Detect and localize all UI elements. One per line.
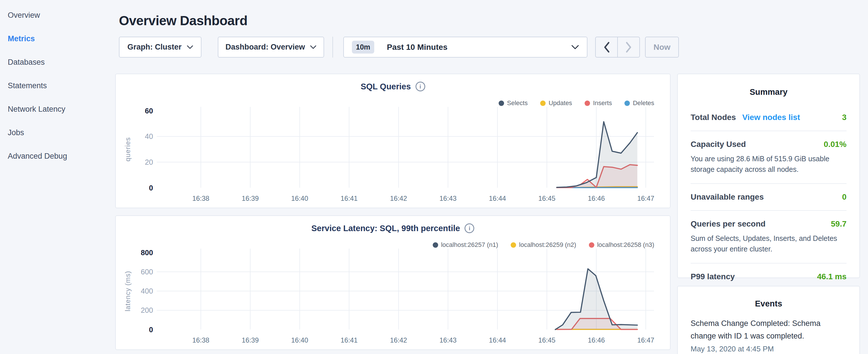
svg-text:16:44: 16:44 [489,194,506,202]
summary-label: Total Nodes [691,113,736,122]
svg-text:60: 60 [145,107,153,115]
svg-text:16:39: 16:39 [242,194,259,202]
chevron-down-icon [187,45,193,49]
svg-text:600: 600 [141,268,153,276]
chart-title: SQL Queries [361,82,411,91]
summary-label: Unavailable ranges [691,192,764,202]
svg-text:latency (ms): latency (ms) [124,271,131,311]
sidebar-item-network-latency[interactable]: Network Latency [0,97,115,121]
svg-text:400: 400 [141,287,153,295]
svg-text:200: 200 [141,306,153,314]
summary-value: 0.01% [824,140,846,149]
svg-text:queries: queries [124,137,131,162]
summary-row-p99-latency: P99 latency 46.1 ms [691,272,846,281]
svg-text:16:46: 16:46 [588,194,605,202]
sql-queries-chart[interactable]: 16:3816:3916:4016:4116:4216:4316:4416:45… [116,74,670,207]
svg-text:16:42: 16:42 [390,336,407,344]
summary-panel: Summary Total Nodes View nodes list 3 Ca… [677,74,860,278]
sql-queries-chart-card: SQL Queries i SelectsUpdatesInsertsDelet… [115,74,671,208]
svg-text:16:47: 16:47 [637,336,654,344]
legend-item: Selects [499,99,528,107]
event-text: Schema Change Completed: Schema change w… [691,317,846,342]
info-icon[interactable]: i [415,82,425,91]
summary-row-total-nodes: Total Nodes View nodes list 3 [691,113,846,122]
dashboard-dropdown[interactable]: Dashboard: Overview [218,37,324,58]
legend-dot [624,100,630,106]
events-panel: Events Schema Change Completed: Schema c… [677,286,860,354]
svg-text:16:42: 16:42 [390,194,407,202]
chart-title-row: Service Latency: SQL, 99th percentile i [116,223,670,233]
chart-legend: localhost:26257 (n1)localhost:26259 (n2)… [433,241,654,249]
summary-subtext: You are using 28.6 MiB of 515.9 GiB usab… [691,154,846,175]
event-timestamp: May 13, 2020 at 4:45 PM [691,345,846,353]
svg-text:16:43: 16:43 [440,194,457,202]
dashboard-dropdown-label: Dashboard: Overview [225,43,305,52]
time-step-back-button[interactable] [596,37,618,57]
svg-text:16:41: 16:41 [341,194,358,202]
legend-dot [499,100,504,106]
legend-item: localhost:26258 (n3) [589,241,654,249]
sidebar-item-jobs[interactable]: Jobs [0,121,115,144]
legend-item: Updates [540,99,572,107]
legend-item: localhost:26257 (n1) [433,241,498,249]
sidebar-item-advanced-debug[interactable]: Advanced Debug [0,144,115,168]
divider [691,131,846,131]
graph-scope-dropdown[interactable]: Graph: Cluster [119,37,202,58]
chevron-left-icon [603,41,610,53]
time-range-label: Past 10 Minutes [387,43,566,52]
service-latency-chart[interactable]: 16:3816:3916:4016:4116:4216:4316:4416:45… [116,216,670,349]
event-item: Schema Change Completed: Schema change w… [691,317,846,353]
summary-subtext: Sum of Selects, Updates, Inserts, and De… [691,233,846,254]
svg-text:16:40: 16:40 [291,194,308,202]
summary-row-unavailable-ranges: Unavailable ranges 0 [691,192,846,202]
time-step-forward-button[interactable] [618,37,639,57]
legend-item: Inserts [585,99,612,107]
svg-text:16:38: 16:38 [192,336,210,344]
sidebar: Overview Metrics Databases Statements Ne… [0,0,115,168]
now-button[interactable]: Now [645,37,679,58]
divider [691,263,846,263]
summary-value: 3 [842,113,846,122]
summary-value: 59.7 [831,219,847,229]
sidebar-item-statements[interactable]: Statements [0,74,115,97]
summary-value: 46.1 ms [817,272,846,281]
legend-dot [589,242,594,248]
svg-text:16:38: 16:38 [192,194,210,202]
summary-label: Capacity Used [691,140,746,149]
svg-text:20: 20 [145,158,153,166]
legend-item: Deletes [624,99,654,107]
events-heading: Events [691,299,846,309]
service-latency-chart-card: Service Latency: SQL, 99th percentile i … [115,215,671,350]
svg-text:800: 800 [141,249,153,257]
time-step-buttons [595,37,640,58]
summary-label: P99 latency [691,272,735,281]
sidebar-item-metrics[interactable]: Metrics [0,27,115,51]
summary-row-queries-per-second: Queries per second 59.7 [691,219,846,229]
time-range-badge: 10m [352,41,374,54]
legend-dot [540,100,546,106]
sidebar-item-overview[interactable]: Overview [0,3,115,27]
graph-scope-dropdown-label: Graph: Cluster [127,43,181,52]
svg-text:16:40: 16:40 [291,336,308,344]
legend-dot [585,100,590,106]
svg-text:0: 0 [149,184,153,192]
svg-text:16:45: 16:45 [538,336,556,344]
divider [691,210,846,211]
info-icon[interactable]: i [465,223,474,233]
svg-text:40: 40 [145,132,153,140]
chart-title-row: SQL Queries i [116,82,670,91]
toolbar-divider [333,37,333,58]
svg-text:0: 0 [149,326,153,334]
view-nodes-list-link[interactable]: View nodes list [742,113,800,122]
time-range-selector[interactable]: 10m Past 10 Minutes [343,37,587,58]
summary-heading: Summary [691,87,846,97]
svg-text:16:47: 16:47 [637,194,654,202]
sidebar-item-databases[interactable]: Databases [0,51,115,74]
summary-row-capacity-used: Capacity Used 0.01% [691,140,846,149]
svg-text:16:43: 16:43 [440,336,457,344]
page-title: Overview Dashboard [119,13,248,28]
summary-value: 0 [842,192,846,202]
chevron-down-icon [571,45,579,50]
chevron-right-icon [625,41,632,53]
legend-dot [510,242,516,248]
